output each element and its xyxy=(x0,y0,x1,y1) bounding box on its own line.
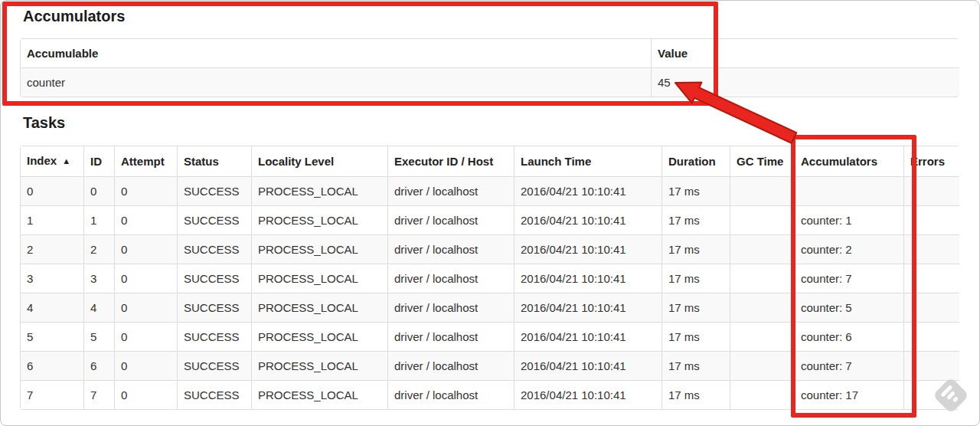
cell-locality-level: PROCESS_LOCAL xyxy=(252,206,388,235)
cell-status: SUCCESS xyxy=(178,293,252,323)
cell-attempt: 0 xyxy=(115,323,178,352)
tasks-table: Index▲IDAttemptStatusLocality LevelExecu… xyxy=(20,146,959,410)
cell-gc-time xyxy=(730,206,795,235)
column-header-accumulable: Accumulable xyxy=(21,39,652,68)
accumulators-table-grid: AccumulableValuecounter45 xyxy=(20,38,959,97)
column-header-status[interactable]: Status xyxy=(178,146,252,177)
cell-gc-time xyxy=(730,235,795,264)
column-header-id[interactable]: ID xyxy=(84,146,115,177)
cell-accumulable: counter xyxy=(21,68,652,97)
cell-accumulators xyxy=(795,177,904,206)
table-row: 550SUCCESSPROCESS_LOCALdriver / localhos… xyxy=(21,323,960,352)
column-header-launch-time[interactable]: Launch Time xyxy=(514,146,662,177)
cell-errors xyxy=(904,352,960,381)
cell-status: SUCCESS xyxy=(178,323,252,352)
cell-locality-level: PROCESS_LOCAL xyxy=(252,264,388,293)
cell-duration: 17 ms xyxy=(662,323,730,352)
cell-id: 0 xyxy=(84,177,115,206)
cell-duration: 17 ms xyxy=(662,381,730,410)
cell-index: 0 xyxy=(21,177,84,206)
accumulators-section-heading: Accumulators xyxy=(23,8,125,25)
cell-status: SUCCESS xyxy=(178,177,252,206)
cell-attempt: 0 xyxy=(115,235,178,264)
cell-errors xyxy=(904,264,960,293)
cell-launch-time: 2016/04/21 10:10:41 xyxy=(514,293,662,323)
cell-errors xyxy=(904,177,960,206)
table-row: 660SUCCESSPROCESS_LOCALdriver / localhos… xyxy=(21,352,960,381)
column-header-executor-id-host[interactable]: Executor ID / Host xyxy=(388,146,514,177)
tasks-table-grid: Index▲IDAttemptStatusLocality LevelExecu… xyxy=(20,146,959,410)
cell-launch-time: 2016/04/21 10:10:41 xyxy=(514,352,662,381)
column-header-gc-time[interactable]: GC Time xyxy=(730,146,795,177)
cell-duration: 17 ms xyxy=(662,206,730,235)
cell-index: 4 xyxy=(21,293,84,323)
cell-executor-id-host: driver / localhost xyxy=(388,352,514,381)
cell-launch-time: 2016/04/21 10:10:41 xyxy=(514,323,662,352)
cell-index: 2 xyxy=(21,235,84,264)
cell-gc-time xyxy=(730,293,795,323)
cell-accumulators: counter: 6 xyxy=(795,323,904,352)
cell-gc-time xyxy=(730,323,795,352)
column-header-accumulators[interactable]: Accumulators xyxy=(795,146,904,177)
cell-locality-level: PROCESS_LOCAL xyxy=(252,293,388,323)
cell-launch-time: 2016/04/21 10:10:41 xyxy=(514,206,662,235)
cell-gc-time xyxy=(730,381,795,410)
cell-launch-time: 2016/04/21 10:10:41 xyxy=(514,381,662,410)
cell-status: SUCCESS xyxy=(178,352,252,381)
cell-id: 1 xyxy=(84,206,115,235)
cell-errors xyxy=(904,293,960,323)
cell-id: 3 xyxy=(84,264,115,293)
column-header-value: Value xyxy=(652,39,960,68)
cell-gc-time xyxy=(730,352,795,381)
cell-locality-level: PROCESS_LOCAL xyxy=(252,177,388,206)
cell-executor-id-host: driver / localhost xyxy=(388,323,514,352)
cell-id: 4 xyxy=(84,293,115,323)
cell-id: 6 xyxy=(84,352,115,381)
cell-errors xyxy=(904,235,960,264)
cell-accumulators: counter: 7 xyxy=(795,352,904,381)
cell-status: SUCCESS xyxy=(178,206,252,235)
cell-locality-level: PROCESS_LOCAL xyxy=(252,381,388,410)
cell-launch-time: 2016/04/21 10:10:41 xyxy=(514,264,662,293)
cell-id: 5 xyxy=(84,323,115,352)
cell-duration: 17 ms xyxy=(662,352,730,381)
cell-duration: 17 ms xyxy=(662,264,730,293)
cell-index: 7 xyxy=(21,381,84,410)
cell-gc-time xyxy=(730,177,795,206)
cell-id: 2 xyxy=(84,235,115,264)
column-header-errors[interactable]: Errors xyxy=(904,146,960,177)
cell-value: 45 xyxy=(652,68,960,97)
cell-launch-time: 2016/04/21 10:10:41 xyxy=(514,177,662,206)
table-row: 110SUCCESSPROCESS_LOCALdriver / localhos… xyxy=(21,206,960,235)
column-header-attempt[interactable]: Attempt xyxy=(115,146,178,177)
tasks-section-heading: Tasks xyxy=(23,114,65,132)
cell-index: 3 xyxy=(21,264,84,293)
cell-executor-id-host: driver / localhost xyxy=(388,264,514,293)
cell-executor-id-host: driver / localhost xyxy=(388,293,514,323)
table-row: 330SUCCESSPROCESS_LOCALdriver / localhos… xyxy=(21,264,960,293)
cell-attempt: 0 xyxy=(115,352,178,381)
cell-index: 1 xyxy=(21,206,84,235)
cell-attempt: 0 xyxy=(115,177,178,206)
cell-attempt: 0 xyxy=(115,381,178,410)
cell-launch-time: 2016/04/21 10:10:41 xyxy=(514,235,662,264)
header-row: AccumulableValue xyxy=(21,39,960,68)
column-header-duration[interactable]: Duration xyxy=(662,146,730,177)
table-row: 770SUCCESSPROCESS_LOCALdriver / localhos… xyxy=(21,381,960,410)
cell-accumulators: counter: 17 xyxy=(795,381,904,410)
cell-errors xyxy=(904,323,960,352)
cell-accumulators: counter: 2 xyxy=(795,235,904,264)
cell-locality-level: PROCESS_LOCAL xyxy=(252,352,388,381)
cell-locality-level: PROCESS_LOCAL xyxy=(252,235,388,264)
cell-id: 7 xyxy=(84,381,115,410)
column-header-locality-level[interactable]: Locality Level xyxy=(252,146,388,177)
table-row: counter45 xyxy=(21,68,960,97)
cell-gc-time xyxy=(730,264,795,293)
cell-accumulators: counter: 5 xyxy=(795,293,904,323)
cell-index: 6 xyxy=(21,352,84,381)
cell-locality-level: PROCESS_LOCAL xyxy=(252,323,388,352)
cell-status: SUCCESS xyxy=(178,235,252,264)
column-header-index[interactable]: Index▲ xyxy=(21,146,84,177)
cell-attempt: 0 xyxy=(115,206,178,235)
cell-duration: 17 ms xyxy=(662,235,730,264)
